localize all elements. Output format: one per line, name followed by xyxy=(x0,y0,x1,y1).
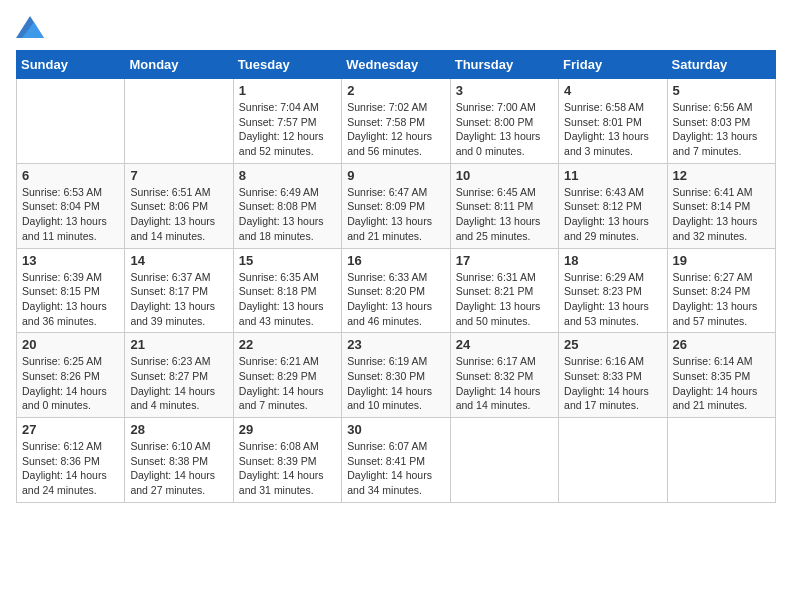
day-cell: 30Sunrise: 6:07 AM Sunset: 8:41 PM Dayli… xyxy=(342,418,450,503)
day-cell: 7Sunrise: 6:51 AM Sunset: 8:06 PM Daylig… xyxy=(125,163,233,248)
day-info: Sunrise: 6:10 AM Sunset: 8:38 PM Dayligh… xyxy=(130,439,227,498)
day-cell: 21Sunrise: 6:23 AM Sunset: 8:27 PM Dayli… xyxy=(125,333,233,418)
day-info: Sunrise: 6:39 AM Sunset: 8:15 PM Dayligh… xyxy=(22,270,119,329)
day-info: Sunrise: 6:16 AM Sunset: 8:33 PM Dayligh… xyxy=(564,354,661,413)
day-info: Sunrise: 7:02 AM Sunset: 7:58 PM Dayligh… xyxy=(347,100,444,159)
day-info: Sunrise: 6:23 AM Sunset: 8:27 PM Dayligh… xyxy=(130,354,227,413)
day-cell: 19Sunrise: 6:27 AM Sunset: 8:24 PM Dayli… xyxy=(667,248,775,333)
day-info: Sunrise: 6:07 AM Sunset: 8:41 PM Dayligh… xyxy=(347,439,444,498)
week-row-3: 13Sunrise: 6:39 AM Sunset: 8:15 PM Dayli… xyxy=(17,248,776,333)
day-cell xyxy=(667,418,775,503)
day-number: 27 xyxy=(22,422,119,437)
day-number: 4 xyxy=(564,83,661,98)
day-number: 18 xyxy=(564,253,661,268)
weekday-header-row: SundayMondayTuesdayWednesdayThursdayFrid… xyxy=(17,51,776,79)
day-number: 23 xyxy=(347,337,444,352)
day-number: 8 xyxy=(239,168,336,183)
day-info: Sunrise: 6:47 AM Sunset: 8:09 PM Dayligh… xyxy=(347,185,444,244)
day-info: Sunrise: 7:04 AM Sunset: 7:57 PM Dayligh… xyxy=(239,100,336,159)
weekday-header-friday: Friday xyxy=(559,51,667,79)
day-cell: 14Sunrise: 6:37 AM Sunset: 8:17 PM Dayli… xyxy=(125,248,233,333)
day-info: Sunrise: 7:00 AM Sunset: 8:00 PM Dayligh… xyxy=(456,100,553,159)
day-number: 7 xyxy=(130,168,227,183)
day-info: Sunrise: 6:14 AM Sunset: 8:35 PM Dayligh… xyxy=(673,354,770,413)
day-cell: 4Sunrise: 6:58 AM Sunset: 8:01 PM Daylig… xyxy=(559,79,667,164)
day-cell: 17Sunrise: 6:31 AM Sunset: 8:21 PM Dayli… xyxy=(450,248,558,333)
day-number: 11 xyxy=(564,168,661,183)
day-number: 19 xyxy=(673,253,770,268)
day-cell: 20Sunrise: 6:25 AM Sunset: 8:26 PM Dayli… xyxy=(17,333,125,418)
day-info: Sunrise: 6:37 AM Sunset: 8:17 PM Dayligh… xyxy=(130,270,227,329)
day-cell: 23Sunrise: 6:19 AM Sunset: 8:30 PM Dayli… xyxy=(342,333,450,418)
day-number: 14 xyxy=(130,253,227,268)
day-info: Sunrise: 6:58 AM Sunset: 8:01 PM Dayligh… xyxy=(564,100,661,159)
day-cell: 28Sunrise: 6:10 AM Sunset: 8:38 PM Dayli… xyxy=(125,418,233,503)
day-number: 1 xyxy=(239,83,336,98)
week-row-4: 20Sunrise: 6:25 AM Sunset: 8:26 PM Dayli… xyxy=(17,333,776,418)
day-cell: 2Sunrise: 7:02 AM Sunset: 7:58 PM Daylig… xyxy=(342,79,450,164)
day-number: 16 xyxy=(347,253,444,268)
day-cell: 6Sunrise: 6:53 AM Sunset: 8:04 PM Daylig… xyxy=(17,163,125,248)
day-cell xyxy=(559,418,667,503)
day-info: Sunrise: 6:53 AM Sunset: 8:04 PM Dayligh… xyxy=(22,185,119,244)
day-number: 10 xyxy=(456,168,553,183)
weekday-header-wednesday: Wednesday xyxy=(342,51,450,79)
day-number: 25 xyxy=(564,337,661,352)
day-number: 26 xyxy=(673,337,770,352)
day-cell xyxy=(125,79,233,164)
week-row-1: 1Sunrise: 7:04 AM Sunset: 7:57 PM Daylig… xyxy=(17,79,776,164)
day-number: 28 xyxy=(130,422,227,437)
day-info: Sunrise: 6:31 AM Sunset: 8:21 PM Dayligh… xyxy=(456,270,553,329)
day-info: Sunrise: 6:27 AM Sunset: 8:24 PM Dayligh… xyxy=(673,270,770,329)
day-cell: 8Sunrise: 6:49 AM Sunset: 8:08 PM Daylig… xyxy=(233,163,341,248)
day-number: 9 xyxy=(347,168,444,183)
week-row-2: 6Sunrise: 6:53 AM Sunset: 8:04 PM Daylig… xyxy=(17,163,776,248)
day-cell: 11Sunrise: 6:43 AM Sunset: 8:12 PM Dayli… xyxy=(559,163,667,248)
day-cell: 27Sunrise: 6:12 AM Sunset: 8:36 PM Dayli… xyxy=(17,418,125,503)
day-cell: 26Sunrise: 6:14 AM Sunset: 8:35 PM Dayli… xyxy=(667,333,775,418)
calendar-table: SundayMondayTuesdayWednesdayThursdayFrid… xyxy=(16,50,776,503)
day-number: 15 xyxy=(239,253,336,268)
day-info: Sunrise: 6:35 AM Sunset: 8:18 PM Dayligh… xyxy=(239,270,336,329)
day-number: 3 xyxy=(456,83,553,98)
day-number: 17 xyxy=(456,253,553,268)
day-cell: 1Sunrise: 7:04 AM Sunset: 7:57 PM Daylig… xyxy=(233,79,341,164)
day-number: 5 xyxy=(673,83,770,98)
day-number: 20 xyxy=(22,337,119,352)
weekday-header-thursday: Thursday xyxy=(450,51,558,79)
day-number: 24 xyxy=(456,337,553,352)
day-info: Sunrise: 6:17 AM Sunset: 8:32 PM Dayligh… xyxy=(456,354,553,413)
day-cell: 29Sunrise: 6:08 AM Sunset: 8:39 PM Dayli… xyxy=(233,418,341,503)
day-info: Sunrise: 6:43 AM Sunset: 8:12 PM Dayligh… xyxy=(564,185,661,244)
day-cell: 16Sunrise: 6:33 AM Sunset: 8:20 PM Dayli… xyxy=(342,248,450,333)
day-number: 29 xyxy=(239,422,336,437)
day-info: Sunrise: 6:08 AM Sunset: 8:39 PM Dayligh… xyxy=(239,439,336,498)
day-info: Sunrise: 6:56 AM Sunset: 8:03 PM Dayligh… xyxy=(673,100,770,159)
logo-icon xyxy=(16,16,44,38)
day-info: Sunrise: 6:41 AM Sunset: 8:14 PM Dayligh… xyxy=(673,185,770,244)
weekday-header-saturday: Saturday xyxy=(667,51,775,79)
day-cell: 25Sunrise: 6:16 AM Sunset: 8:33 PM Dayli… xyxy=(559,333,667,418)
day-info: Sunrise: 6:29 AM Sunset: 8:23 PM Dayligh… xyxy=(564,270,661,329)
day-number: 6 xyxy=(22,168,119,183)
day-cell: 13Sunrise: 6:39 AM Sunset: 8:15 PM Dayli… xyxy=(17,248,125,333)
day-cell xyxy=(17,79,125,164)
day-info: Sunrise: 6:49 AM Sunset: 8:08 PM Dayligh… xyxy=(239,185,336,244)
day-number: 12 xyxy=(673,168,770,183)
day-cell: 22Sunrise: 6:21 AM Sunset: 8:29 PM Dayli… xyxy=(233,333,341,418)
weekday-header-monday: Monday xyxy=(125,51,233,79)
day-cell: 5Sunrise: 6:56 AM Sunset: 8:03 PM Daylig… xyxy=(667,79,775,164)
day-cell: 15Sunrise: 6:35 AM Sunset: 8:18 PM Dayli… xyxy=(233,248,341,333)
page-header xyxy=(16,16,776,38)
day-info: Sunrise: 6:45 AM Sunset: 8:11 PM Dayligh… xyxy=(456,185,553,244)
day-number: 13 xyxy=(22,253,119,268)
day-cell: 12Sunrise: 6:41 AM Sunset: 8:14 PM Dayli… xyxy=(667,163,775,248)
day-info: Sunrise: 6:19 AM Sunset: 8:30 PM Dayligh… xyxy=(347,354,444,413)
logo xyxy=(16,16,48,38)
day-cell xyxy=(450,418,558,503)
day-info: Sunrise: 6:12 AM Sunset: 8:36 PM Dayligh… xyxy=(22,439,119,498)
day-cell: 24Sunrise: 6:17 AM Sunset: 8:32 PM Dayli… xyxy=(450,333,558,418)
weekday-header-tuesday: Tuesday xyxy=(233,51,341,79)
day-number: 22 xyxy=(239,337,336,352)
day-info: Sunrise: 6:25 AM Sunset: 8:26 PM Dayligh… xyxy=(22,354,119,413)
